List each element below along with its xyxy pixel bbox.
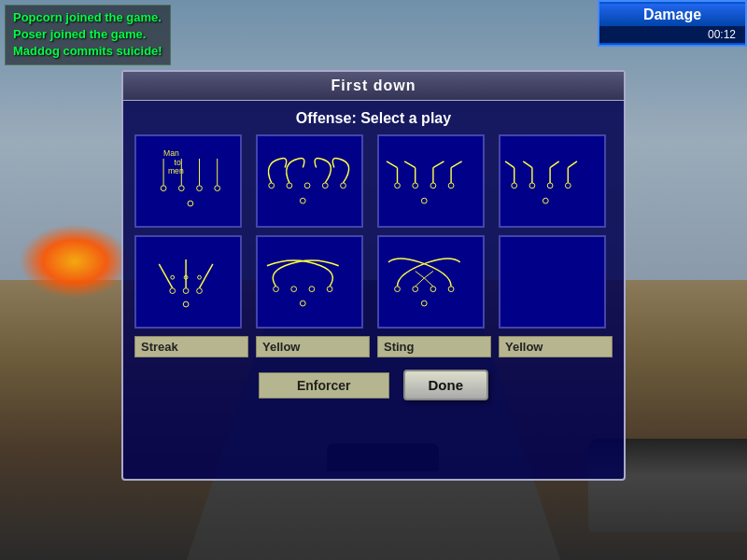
svg-point-61 xyxy=(430,287,436,292)
message-box: Popcorn joined the game. Poser joined th… xyxy=(5,5,171,65)
play-diagram-3 xyxy=(500,136,604,226)
play-card-5[interactable] xyxy=(256,235,363,329)
svg-point-21 xyxy=(448,183,454,189)
svg-text:to: to xyxy=(175,158,181,167)
svg-point-18 xyxy=(395,183,401,189)
play-label-1: Yellow xyxy=(256,336,370,357)
play-card-0[interactable]: Man to men xyxy=(134,134,242,228)
svg-point-63 xyxy=(421,301,427,306)
play-card-7[interactable] xyxy=(499,235,606,329)
svg-point-13 xyxy=(287,183,292,189)
play-diagram-0: Man to men xyxy=(136,136,240,226)
svg-point-54 xyxy=(274,287,279,292)
svg-point-16 xyxy=(300,198,305,203)
svg-point-17 xyxy=(341,183,346,189)
svg-line-50 xyxy=(200,264,213,288)
svg-point-60 xyxy=(413,287,418,292)
damage-timer: 00:12 xyxy=(599,26,745,43)
svg-point-62 xyxy=(448,287,454,292)
svg-line-43 xyxy=(568,161,577,168)
play-card-4[interactable] xyxy=(134,235,242,329)
play-selection-dialog: First down Offense: Select a play Man to… xyxy=(121,70,626,481)
play-label-2: Sting xyxy=(377,336,491,357)
svg-line-37 xyxy=(505,161,514,168)
svg-line-30 xyxy=(451,161,462,168)
svg-point-5 xyxy=(197,186,203,191)
svg-point-57 xyxy=(327,287,332,292)
play-diagram-5 xyxy=(258,237,361,327)
play-grid: Man to men xyxy=(123,134,624,228)
svg-point-12 xyxy=(269,183,275,189)
play-card-1[interactable] xyxy=(256,134,363,228)
svg-point-47 xyxy=(183,301,189,307)
explosion xyxy=(19,224,131,299)
selected-play-name: Enforcer xyxy=(259,372,389,399)
play-diagram-6 xyxy=(379,237,483,327)
svg-point-6 xyxy=(215,186,220,191)
selected-play-area: Enforcer Done xyxy=(123,365,624,405)
svg-point-31 xyxy=(512,183,517,189)
done-button[interactable]: Done xyxy=(403,370,489,400)
play-label-3: Yellow xyxy=(499,336,613,357)
svg-point-55 xyxy=(291,287,297,292)
message-line-3: Maddog commits suicide! xyxy=(13,43,162,60)
svg-point-4 xyxy=(178,186,184,191)
dialog-title-bar: First down xyxy=(123,72,624,101)
dialog-subtitle: Offense: Select a play xyxy=(123,101,624,134)
svg-line-26 xyxy=(404,161,416,168)
svg-point-22 xyxy=(421,198,427,203)
svg-point-32 xyxy=(529,183,535,189)
play-label-0: Streak xyxy=(134,336,248,357)
svg-text:Man: Man xyxy=(163,148,179,158)
svg-point-7 xyxy=(188,201,193,206)
svg-point-44 xyxy=(170,288,176,294)
damage-indicator: Damage 00:12 xyxy=(598,0,747,47)
svg-point-34 xyxy=(565,183,571,189)
svg-point-33 xyxy=(547,183,553,189)
svg-point-53 xyxy=(198,275,202,279)
play-diagram-1 xyxy=(258,136,361,226)
svg-point-45 xyxy=(183,288,189,294)
svg-point-59 xyxy=(395,287,401,292)
dialog-title: First down xyxy=(331,77,416,93)
svg-line-48 xyxy=(159,264,172,288)
svg-line-28 xyxy=(433,161,444,168)
play-diagram-2 xyxy=(379,136,483,226)
svg-line-39 xyxy=(523,161,532,168)
svg-point-58 xyxy=(300,301,305,306)
svg-point-19 xyxy=(413,183,418,189)
play-grid-row2 xyxy=(123,235,624,329)
svg-point-35 xyxy=(543,198,548,203)
svg-point-20 xyxy=(430,183,436,189)
svg-point-3 xyxy=(161,186,166,191)
svg-line-41 xyxy=(550,161,559,168)
play-labels: Streak Yellow Sting Yellow xyxy=(123,336,624,357)
svg-line-24 xyxy=(387,161,398,168)
message-line-2: Poser joined the game. xyxy=(13,26,162,43)
play-diagram-7 xyxy=(500,237,604,327)
damage-title: Damage xyxy=(599,4,745,26)
play-card-6[interactable] xyxy=(377,235,485,329)
svg-point-56 xyxy=(309,287,315,292)
svg-point-14 xyxy=(304,183,310,189)
play-card-3[interactable] xyxy=(499,134,606,228)
play-card-2[interactable] xyxy=(377,134,485,228)
play-diagram-4 xyxy=(136,237,240,327)
svg-point-15 xyxy=(322,183,328,189)
svg-point-46 xyxy=(197,288,203,294)
message-line-1: Popcorn joined the game. xyxy=(13,9,162,26)
svg-point-51 xyxy=(171,275,175,279)
